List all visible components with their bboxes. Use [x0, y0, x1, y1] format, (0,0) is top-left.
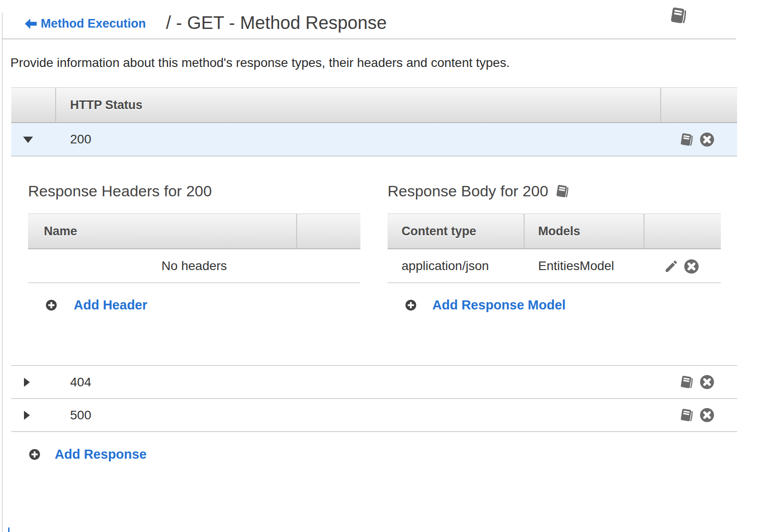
back-link-method-execution[interactable]: Method Execution [25, 16, 146, 31]
book-icon[interactable] [678, 375, 694, 390]
plus-circle-icon [29, 449, 40, 460]
caret-down-icon[interactable] [23, 137, 33, 143]
caret-right-icon[interactable] [24, 378, 30, 387]
header-divider [2, 38, 736, 39]
book-icon[interactable] [678, 408, 694, 423]
book-icon[interactable] [668, 6, 688, 25]
column-header-name: Name [44, 214, 77, 248]
status-row-404[interactable]: 404 [11, 365, 737, 399]
book-icon[interactable] [554, 183, 569, 200]
body-table-header: Content type Models [388, 214, 721, 249]
x-circle-icon[interactable] [700, 408, 714, 423]
no-headers-text: No headers [28, 249, 360, 282]
body-model-row: application/json EntitiesModel [388, 249, 721, 283]
x-circle-icon[interactable] [700, 375, 714, 390]
status-row-200[interactable]: 200 [11, 123, 737, 157]
plus-circle-icon [405, 299, 416, 311]
status-row-500[interactable]: 500 [11, 399, 737, 432]
column-header-models: Models [538, 214, 580, 248]
book-icon[interactable] [678, 132, 694, 147]
headers-empty-row: No headers [28, 249, 360, 283]
caret-right-icon[interactable] [24, 411, 30, 420]
x-circle-icon[interactable] [700, 132, 714, 147]
column-header-content-type: Content type [402, 214, 476, 248]
add-response-label: Add Response [55, 445, 147, 463]
status-table-header: HTTP Status [11, 87, 737, 123]
add-header-label: Add Header [74, 296, 147, 314]
column-separator [524, 214, 525, 248]
column-header-http-status: HTTP Status [70, 88, 142, 122]
back-link-label: Method Execution [41, 16, 146, 31]
headers-table-header: Name [28, 214, 360, 249]
x-circle-icon[interactable] [684, 259, 699, 274]
status-value: 404 [70, 366, 91, 398]
add-response-model-label: Add Response Model [432, 296, 566, 314]
model-value: EntitiesModel [538, 249, 614, 282]
status-value: 200 [70, 123, 91, 156]
page-left-border [2, 13, 3, 532]
response-headers-heading: Response Headers for 200 [28, 182, 212, 200]
status-value: 500 [70, 399, 91, 431]
plus-circle-icon [46, 299, 57, 311]
page-description: Provide information about this method's … [10, 55, 510, 71]
response-body-heading: Response Body for 200 [388, 182, 569, 200]
response-body-heading-text: Response Body for 200 [388, 182, 548, 200]
column-separator [55, 88, 56, 122]
response-headers-heading-text: Response Headers for 200 [28, 182, 212, 200]
column-separator [643, 214, 644, 248]
pencil-icon[interactable] [664, 259, 679, 274]
nav-accent-mark [8, 527, 9, 532]
add-response-model-button[interactable]: Add Response Model [405, 296, 566, 314]
page-title: / - GET - Method Response [166, 12, 387, 33]
add-header-button[interactable]: Add Header [46, 296, 147, 314]
content-type-value: application/json [402, 249, 489, 282]
column-separator [296, 214, 297, 248]
column-separator [660, 88, 661, 122]
add-response-button[interactable]: Add Response [29, 445, 147, 463]
arrow-left-icon [25, 19, 37, 29]
